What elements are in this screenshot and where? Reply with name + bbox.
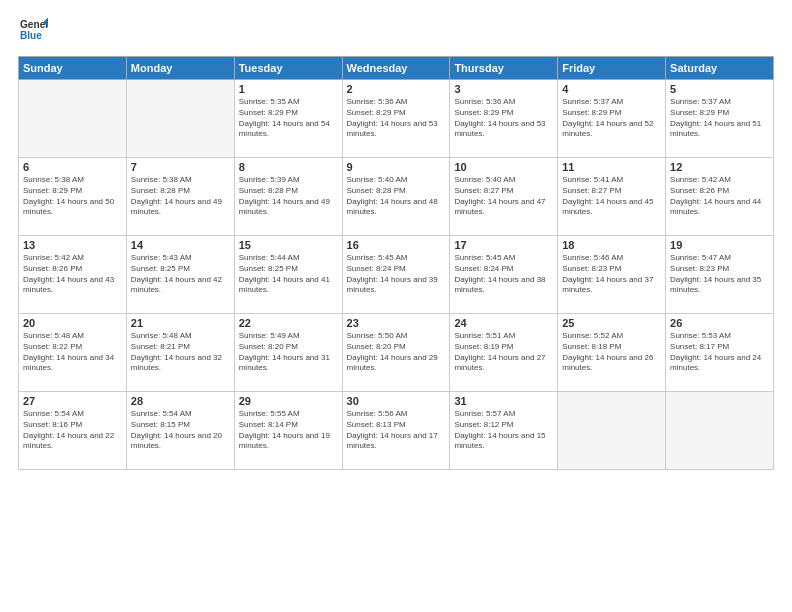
day-info: Sunrise: 5:38 AM Sunset: 8:28 PM Dayligh…: [131, 175, 230, 218]
weekday-tuesday: Tuesday: [234, 57, 342, 80]
calendar-cell: 8Sunrise: 5:39 AM Sunset: 8:28 PM Daylig…: [234, 158, 342, 236]
day-number: 27: [23, 395, 122, 407]
day-number: 18: [562, 239, 661, 251]
calendar-cell: [558, 392, 666, 470]
weekday-saturday: Saturday: [666, 57, 774, 80]
day-info: Sunrise: 5:38 AM Sunset: 8:29 PM Dayligh…: [23, 175, 122, 218]
svg-text:Blue: Blue: [20, 30, 42, 41]
calendar-table: SundayMondayTuesdayWednesdayThursdayFrid…: [18, 56, 774, 470]
day-info: Sunrise: 5:44 AM Sunset: 8:25 PM Dayligh…: [239, 253, 338, 296]
calendar-cell: 26Sunrise: 5:53 AM Sunset: 8:17 PM Dayli…: [666, 314, 774, 392]
day-number: 21: [131, 317, 230, 329]
day-info: Sunrise: 5:53 AM Sunset: 8:17 PM Dayligh…: [670, 331, 769, 374]
day-number: 20: [23, 317, 122, 329]
day-number: 15: [239, 239, 338, 251]
day-number: 6: [23, 161, 122, 173]
day-number: 30: [347, 395, 446, 407]
day-number: 24: [454, 317, 553, 329]
calendar-cell: 23Sunrise: 5:50 AM Sunset: 8:20 PM Dayli…: [342, 314, 450, 392]
weekday-monday: Monday: [126, 57, 234, 80]
day-info: Sunrise: 5:36 AM Sunset: 8:29 PM Dayligh…: [454, 97, 553, 140]
week-row-5: 27Sunrise: 5:54 AM Sunset: 8:16 PM Dayli…: [19, 392, 774, 470]
day-info: Sunrise: 5:55 AM Sunset: 8:14 PM Dayligh…: [239, 409, 338, 452]
weekday-thursday: Thursday: [450, 57, 558, 80]
calendar-cell: 14Sunrise: 5:43 AM Sunset: 8:25 PM Dayli…: [126, 236, 234, 314]
weekday-header: SundayMondayTuesdayWednesdayThursdayFrid…: [19, 57, 774, 80]
calendar-cell: 24Sunrise: 5:51 AM Sunset: 8:19 PM Dayli…: [450, 314, 558, 392]
day-number: 7: [131, 161, 230, 173]
calendar-cell: 28Sunrise: 5:54 AM Sunset: 8:15 PM Dayli…: [126, 392, 234, 470]
day-number: 2: [347, 83, 446, 95]
calendar-cell: [19, 80, 127, 158]
day-info: Sunrise: 5:37 AM Sunset: 8:29 PM Dayligh…: [670, 97, 769, 140]
calendar-cell: 3Sunrise: 5:36 AM Sunset: 8:29 PM Daylig…: [450, 80, 558, 158]
week-row-2: 6Sunrise: 5:38 AM Sunset: 8:29 PM Daylig…: [19, 158, 774, 236]
calendar-cell: 15Sunrise: 5:44 AM Sunset: 8:25 PM Dayli…: [234, 236, 342, 314]
logo: General Blue: [18, 16, 48, 48]
week-row-3: 13Sunrise: 5:42 AM Sunset: 8:26 PM Dayli…: [19, 236, 774, 314]
day-number: 16: [347, 239, 446, 251]
day-info: Sunrise: 5:48 AM Sunset: 8:21 PM Dayligh…: [131, 331, 230, 374]
logo-icon: General Blue: [20, 16, 48, 44]
day-info: Sunrise: 5:54 AM Sunset: 8:16 PM Dayligh…: [23, 409, 122, 452]
calendar-cell: 13Sunrise: 5:42 AM Sunset: 8:26 PM Dayli…: [19, 236, 127, 314]
calendar-cell: 20Sunrise: 5:48 AM Sunset: 8:22 PM Dayli…: [19, 314, 127, 392]
calendar-cell: 22Sunrise: 5:49 AM Sunset: 8:20 PM Dayli…: [234, 314, 342, 392]
day-info: Sunrise: 5:51 AM Sunset: 8:19 PM Dayligh…: [454, 331, 553, 374]
day-info: Sunrise: 5:54 AM Sunset: 8:15 PM Dayligh…: [131, 409, 230, 452]
calendar-cell: 11Sunrise: 5:41 AM Sunset: 8:27 PM Dayli…: [558, 158, 666, 236]
day-info: Sunrise: 5:40 AM Sunset: 8:28 PM Dayligh…: [347, 175, 446, 218]
calendar-cell: 31Sunrise: 5:57 AM Sunset: 8:12 PM Dayli…: [450, 392, 558, 470]
calendar-cell: 5Sunrise: 5:37 AM Sunset: 8:29 PM Daylig…: [666, 80, 774, 158]
day-number: 5: [670, 83, 769, 95]
weekday-sunday: Sunday: [19, 57, 127, 80]
calendar-cell: 18Sunrise: 5:46 AM Sunset: 8:23 PM Dayli…: [558, 236, 666, 314]
day-info: Sunrise: 5:46 AM Sunset: 8:23 PM Dayligh…: [562, 253, 661, 296]
day-info: Sunrise: 5:43 AM Sunset: 8:25 PM Dayligh…: [131, 253, 230, 296]
day-info: Sunrise: 5:50 AM Sunset: 8:20 PM Dayligh…: [347, 331, 446, 374]
calendar-cell: 25Sunrise: 5:52 AM Sunset: 8:18 PM Dayli…: [558, 314, 666, 392]
day-number: 11: [562, 161, 661, 173]
header: General Blue: [18, 16, 774, 48]
day-info: Sunrise: 5:47 AM Sunset: 8:23 PM Dayligh…: [670, 253, 769, 296]
day-info: Sunrise: 5:49 AM Sunset: 8:20 PM Dayligh…: [239, 331, 338, 374]
svg-text:General: General: [20, 19, 48, 30]
calendar-cell: 7Sunrise: 5:38 AM Sunset: 8:28 PM Daylig…: [126, 158, 234, 236]
calendar-cell: 19Sunrise: 5:47 AM Sunset: 8:23 PM Dayli…: [666, 236, 774, 314]
day-number: 3: [454, 83, 553, 95]
day-number: 9: [347, 161, 446, 173]
day-number: 26: [670, 317, 769, 329]
day-number: 12: [670, 161, 769, 173]
day-info: Sunrise: 5:56 AM Sunset: 8:13 PM Dayligh…: [347, 409, 446, 452]
day-info: Sunrise: 5:41 AM Sunset: 8:27 PM Dayligh…: [562, 175, 661, 218]
day-info: Sunrise: 5:35 AM Sunset: 8:29 PM Dayligh…: [239, 97, 338, 140]
weekday-wednesday: Wednesday: [342, 57, 450, 80]
calendar-cell: 30Sunrise: 5:56 AM Sunset: 8:13 PM Dayli…: [342, 392, 450, 470]
calendar-cell: 16Sunrise: 5:45 AM Sunset: 8:24 PM Dayli…: [342, 236, 450, 314]
day-number: 19: [670, 239, 769, 251]
day-number: 29: [239, 395, 338, 407]
day-info: Sunrise: 5:39 AM Sunset: 8:28 PM Dayligh…: [239, 175, 338, 218]
calendar-cell: [126, 80, 234, 158]
calendar-cell: 21Sunrise: 5:48 AM Sunset: 8:21 PM Dayli…: [126, 314, 234, 392]
day-number: 28: [131, 395, 230, 407]
calendar-cell: [666, 392, 774, 470]
day-number: 8: [239, 161, 338, 173]
day-number: 1: [239, 83, 338, 95]
week-row-1: 1Sunrise: 5:35 AM Sunset: 8:29 PM Daylig…: [19, 80, 774, 158]
page: General Blue SundayMondayTuesdayWednesda…: [0, 0, 792, 612]
calendar-cell: 4Sunrise: 5:37 AM Sunset: 8:29 PM Daylig…: [558, 80, 666, 158]
calendar-cell: 17Sunrise: 5:45 AM Sunset: 8:24 PM Dayli…: [450, 236, 558, 314]
day-number: 4: [562, 83, 661, 95]
calendar-cell: 6Sunrise: 5:38 AM Sunset: 8:29 PM Daylig…: [19, 158, 127, 236]
weekday-friday: Friday: [558, 57, 666, 80]
day-info: Sunrise: 5:37 AM Sunset: 8:29 PM Dayligh…: [562, 97, 661, 140]
week-row-4: 20Sunrise: 5:48 AM Sunset: 8:22 PM Dayli…: [19, 314, 774, 392]
calendar-cell: 1Sunrise: 5:35 AM Sunset: 8:29 PM Daylig…: [234, 80, 342, 158]
day-number: 25: [562, 317, 661, 329]
day-number: 13: [23, 239, 122, 251]
calendar-body: 1Sunrise: 5:35 AM Sunset: 8:29 PM Daylig…: [19, 80, 774, 470]
calendar-cell: 2Sunrise: 5:36 AM Sunset: 8:29 PM Daylig…: [342, 80, 450, 158]
calendar-cell: 12Sunrise: 5:42 AM Sunset: 8:26 PM Dayli…: [666, 158, 774, 236]
day-number: 14: [131, 239, 230, 251]
